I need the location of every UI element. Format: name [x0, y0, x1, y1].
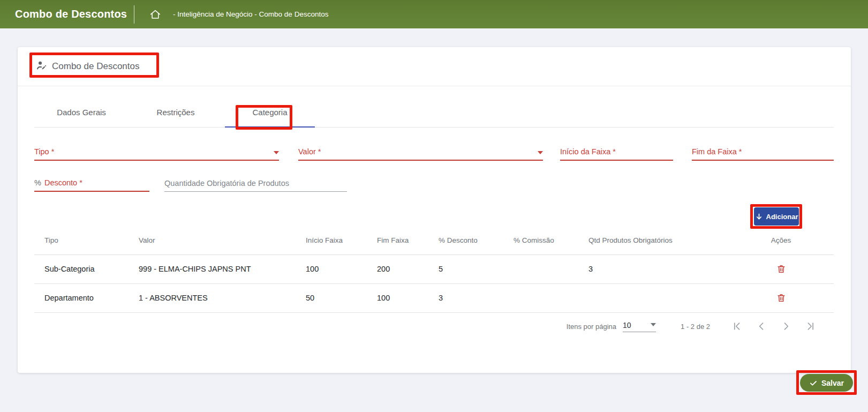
quantidade-obrigatoria-input[interactable]: Quantidade Obrigatória de Produtos — [164, 174, 347, 192]
chevron-down-caret — [651, 323, 656, 326]
items-per-page-label: Itens por página — [567, 323, 616, 331]
chevron-down-caret — [274, 151, 279, 154]
header-divider — [134, 5, 134, 24]
quantidade-obrigatoria-label: Quantidade Obrigatória de Produtos — [164, 179, 289, 188]
card-header: Combo de Descontos — [18, 47, 851, 86]
cell-desconto: 3 — [428, 283, 503, 312]
cell-fim-faixa: 200 — [367, 254, 428, 283]
trash-icon — [776, 264, 786, 274]
salvar-button[interactable]: Salvar — [800, 374, 853, 392]
paginator: Itens por página 10 1 - 2 de 2 — [34, 315, 816, 338]
adicionar-button[interactable]: Adicionar — [754, 207, 799, 226]
cell-valor: 999 - ELMA-CHIPS JAPNS PNT — [129, 254, 296, 283]
tab-bar: Dados Gerais Restrições Categoria — [34, 86, 834, 128]
table-header-row: Tipo Valor Início Faixa Fim Faixa % Desc… — [34, 227, 834, 254]
home-icon[interactable] — [149, 9, 161, 20]
valor-label: Valor * — [298, 147, 321, 156]
person-edit-icon — [36, 60, 47, 73]
app-title: Combo de Descontos — [15, 8, 134, 20]
desconto-label: Desconto * — [44, 178, 82, 187]
delete-row-button[interactable] — [775, 292, 787, 304]
table-row: Departamento 1 - ABSORVENTES 50 100 3 — [34, 283, 834, 312]
col-header-acoes: Ações — [728, 227, 834, 254]
cell-qtd-produtos: 3 — [578, 254, 728, 283]
col-header-desconto: % Desconto — [428, 227, 503, 254]
items-per-page-select[interactable]: 10 — [623, 321, 656, 332]
breadcrumb: - Inteligência de Negócio - Combo de Des… — [173, 10, 328, 18]
categorias-table: Tipo Valor Início Faixa Fim Faixa % Desc… — [34, 227, 834, 313]
cell-tipo: Sub-Categoria — [34, 254, 129, 283]
tab-restricoes[interactable]: Restrições — [129, 108, 223, 127]
valor-select[interactable]: Valor * — [298, 143, 543, 161]
app-header: Combo de Descontos - Inteligência de Neg… — [0, 0, 868, 28]
card-title: Combo de Descontos — [52, 61, 139, 72]
inicio-da-faixa-input[interactable]: Início da Faixa * — [560, 143, 673, 161]
tab-dados-gerais[interactable]: Dados Gerais — [34, 108, 129, 127]
cell-inicio-faixa: 100 — [296, 254, 367, 283]
col-header-fim-faixa: Fim Faixa — [367, 227, 428, 254]
salvar-button-label: Salvar — [821, 379, 844, 387]
inicio-da-faixa-label: Início da Faixa * — [560, 147, 616, 156]
tipo-select[interactable]: Tipo * — [34, 143, 279, 161]
cell-qtd-produtos — [578, 283, 728, 312]
col-header-comissao: % Comissão — [503, 227, 578, 254]
desconto-input[interactable]: %Desconto * — [34, 174, 149, 192]
page-range-label: 1 - 2 de 2 — [681, 323, 710, 331]
last-page-icon[interactable] — [805, 321, 816, 332]
col-header-tipo: Tipo — [34, 227, 129, 254]
table-row: Sub-Categoria 999 - ELMA-CHIPS JAPNS PNT… — [34, 254, 834, 283]
adicionar-button-label: Adicionar — [766, 213, 798, 221]
tab-categoria[interactable]: Categoria — [223, 108, 317, 127]
tipo-label: Tipo * — [34, 147, 54, 156]
fim-da-faixa-label: Fim da Faixa * — [692, 147, 742, 156]
items-per-page-value: 10 — [623, 321, 631, 329]
col-header-inicio-faixa: Início Faixa — [296, 227, 367, 254]
trash-icon — [776, 293, 786, 303]
check-icon — [809, 379, 818, 387]
previous-page-icon[interactable] — [756, 321, 767, 332]
cell-fim-faixa: 100 — [367, 283, 428, 312]
cell-valor: 1 - ABSORVENTES — [129, 283, 296, 312]
cell-inicio-faixa: 50 — [296, 283, 367, 312]
cell-tipo: Departamento — [34, 283, 129, 312]
cell-desconto: 5 — [428, 254, 503, 283]
next-page-icon[interactable] — [781, 321, 791, 332]
chevron-down-caret — [538, 151, 543, 154]
arrow-down-icon — [755, 213, 763, 221]
desconto-prefix: % — [34, 178, 41, 187]
delete-row-button[interactable] — [775, 263, 787, 275]
content-card: Combo de Descontos Dados Gerais Restriçõ… — [18, 47, 851, 373]
cell-comissao — [503, 283, 578, 312]
first-page-icon[interactable] — [731, 321, 742, 332]
cell-comissao — [503, 254, 578, 283]
col-header-qtd-produtos: Qtd Produtos Obrigatórios — [578, 227, 728, 254]
fim-da-faixa-input[interactable]: Fim da Faixa * — [692, 143, 834, 161]
col-header-valor: Valor — [129, 227, 296, 254]
